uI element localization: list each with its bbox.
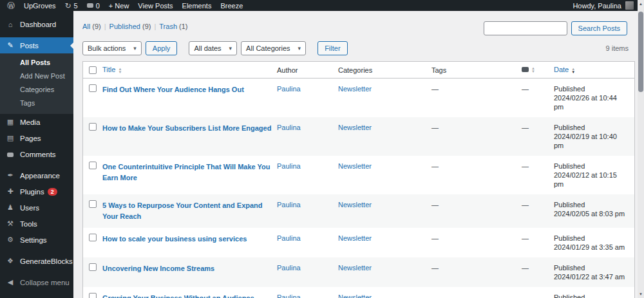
sidebar-item-dashboard[interactable]: ⌂ Dashboard — [0, 16, 73, 32]
post-status: Published — [554, 263, 626, 272]
new-content-button[interactable]: + New — [104, 0, 134, 11]
post-comments-value: — — [522, 162, 529, 189]
submenu-tags[interactable]: Tags — [0, 97, 73, 110]
date-column-header[interactable]: Date — [554, 66, 569, 73]
search-posts-area: Search Posts — [484, 21, 627, 35]
table-row: Find Out Where Your Audience Hangs Out P… — [83, 79, 634, 117]
sort-by-title-header[interactable]: Title▲▼ — [102, 66, 277, 73]
row-select-checkbox[interactable] — [89, 234, 97, 241]
post-date: 2024/02/26 at 10:44 pm — [554, 93, 626, 111]
sidebar-item-generateblocks[interactable]: ❖ GenerateBlocks — [0, 253, 73, 269]
post-author-link[interactable]: Paulina — [277, 234, 301, 242]
post-category-link[interactable]: Newsletter — [338, 85, 372, 93]
view-posts-link[interactable]: View Posts — [133, 0, 177, 11]
sidebar-item-media[interactable]: ▦ Media — [0, 114, 73, 130]
search-posts-input[interactable] — [484, 21, 567, 35]
row-select-checkbox[interactable] — [89, 123, 97, 131]
table-nav: Bulk actions ▾ Apply All dates ▾ All Cat… — [82, 41, 629, 56]
post-category-link[interactable]: Newsletter — [338, 293, 372, 298]
title-column-header[interactable]: Title — [102, 66, 115, 73]
search-posts-button[interactable]: Search Posts — [571, 21, 627, 35]
sidebar-item-appearance[interactable]: ✒ Appearance — [0, 167, 73, 183]
sidebar-item-pages[interactable]: ▤ Pages — [0, 130, 73, 146]
filter-button[interactable]: Filter — [317, 41, 347, 55]
row-select-checkbox[interactable] — [89, 200, 97, 208]
site-name-link[interactable]: UpGroves — [19, 0, 61, 11]
categories-filter-select[interactable]: All Categories ▾ — [241, 41, 306, 55]
row-select-checkbox[interactable] — [89, 84, 97, 92]
sidebar-item-tools[interactable]: ⚒ Tools — [0, 216, 73, 232]
admin-comments-count: 0 — [96, 2, 100, 10]
post-title-link[interactable]: 5 Ways to Repurpose Your Content and Exp… — [102, 200, 272, 222]
submenu-categories[interactable]: Categories — [0, 83, 73, 97]
view-separator: | — [154, 23, 156, 30]
sidebar-item-posts[interactable]: ✎ Posts — [0, 37, 73, 53]
author-column-header: Author — [277, 66, 298, 74]
post-category-link[interactable]: Newsletter — [338, 201, 372, 209]
post-category-link[interactable]: Newsletter — [338, 234, 372, 242]
post-comments-value: — — [522, 200, 529, 222]
avatar[interactable] — [625, 1, 634, 10]
sidebar-item-comments[interactable]: Comments — [0, 146, 73, 162]
post-date: 2024/02/05 at 8:03 pm — [554, 209, 626, 218]
post-author-link[interactable]: Paulina — [277, 124, 301, 131]
post-author-link[interactable]: Paulina — [277, 201, 301, 209]
post-title-link[interactable]: How to scale your business using service… — [102, 234, 247, 245]
row-select-checkbox[interactable] — [89, 162, 97, 169]
post-title-link[interactable]: Find Out Where Your Audience Hangs Out — [102, 84, 244, 95]
post-author-link[interactable]: Paulina — [277, 162, 301, 170]
dates-filter-select[interactable]: All dates ▾ — [189, 41, 237, 55]
post-category-link[interactable]: Newsletter — [338, 124, 372, 131]
breeze-link[interactable]: Breeze — [216, 0, 247, 11]
apply-button[interactable]: Apply — [146, 41, 178, 55]
post-title-link[interactable]: Growing Your Business Without an Audienc… — [102, 293, 254, 298]
post-author-link[interactable]: Paulina — [277, 293, 301, 298]
plugins-update-badge: 2 — [48, 188, 57, 196]
post-author-link[interactable]: Paulina — [277, 85, 301, 93]
collapse-menu-button[interactable]: ◀ Collapse menu — [0, 274, 73, 290]
elements-link[interactable]: Elements — [178, 0, 216, 11]
wordpress-logo-icon[interactable]: Ⓦ — [3, 0, 19, 11]
sort-by-comments-header[interactable]: ▲▼ — [522, 67, 554, 73]
tags-column-header: Tags — [431, 66, 446, 74]
row-select-checkbox[interactable] — [89, 263, 97, 271]
row-select-checkbox[interactable] — [89, 293, 97, 298]
scroll-down-icon[interactable]: ▼ — [638, 290, 644, 298]
submenu-add-new-post[interactable]: Add New Post — [0, 70, 73, 83]
post-date: 2024/01/22 at 3:47 am — [554, 272, 626, 281]
post-status: Published — [554, 162, 626, 171]
sidebar-item-settings[interactable]: ⚙ Settings — [0, 232, 73, 248]
sort-by-date-header[interactable]: Date▲▼ — [554, 66, 631, 73]
admin-comments-link[interactable]: 0 — [82, 0, 104, 11]
select-all-checkbox[interactable] — [89, 66, 97, 74]
post-title-link[interactable]: Uncovering New Income Streams — [102, 263, 214, 274]
comments-icon — [5, 151, 15, 158]
howdy-account-link[interactable]: Howdy, Paulina — [573, 2, 621, 10]
post-comments-value: — — [522, 234, 529, 252]
sidebar-item-users[interactable]: ♟ Users — [0, 200, 73, 216]
view-all-link[interactable]: All — [82, 23, 90, 30]
view-trash-link[interactable]: Trash — [159, 23, 177, 30]
post-category-link[interactable]: Newsletter — [338, 162, 372, 170]
submenu-all-posts[interactable]: All Posts — [0, 56, 73, 70]
updates-link[interactable]: ↻ 5 — [61, 0, 82, 11]
post-category-link[interactable]: Newsletter — [338, 264, 372, 272]
sort-arrows-icon: ▲▼ — [571, 68, 575, 74]
chevron-down-icon: ▾ — [229, 45, 232, 51]
post-title-link[interactable]: How to Make Your Subscribers List More E… — [102, 123, 271, 134]
post-title-link[interactable]: One Counterintuitive Principle That Will… — [102, 162, 272, 183]
scrollbar-thumb[interactable] — [638, 12, 643, 92]
post-status: Published — [554, 234, 626, 243]
scrollbar-track[interactable] — [638, 8, 644, 290]
view-published-link[interactable]: Published — [109, 23, 140, 30]
media-icon: ▦ — [5, 118, 15, 126]
scroll-up-icon[interactable]: ▲ — [638, 0, 644, 8]
sidebar-item-plugins[interactable]: ✚ Plugins 2 — [0, 183, 73, 200]
sidebar-label-dashboard: Dashboard — [20, 21, 56, 28]
bulk-actions-select[interactable]: Bulk actions ▾ — [82, 41, 142, 55]
pages-icon: ▤ — [5, 134, 15, 142]
post-author-link[interactable]: Paulina — [277, 264, 301, 272]
vertical-scrollbar[interactable]: ▲ ▼ — [638, 0, 644, 298]
post-tags-value: — — [431, 264, 439, 272]
post-status: Published — [554, 84, 626, 93]
